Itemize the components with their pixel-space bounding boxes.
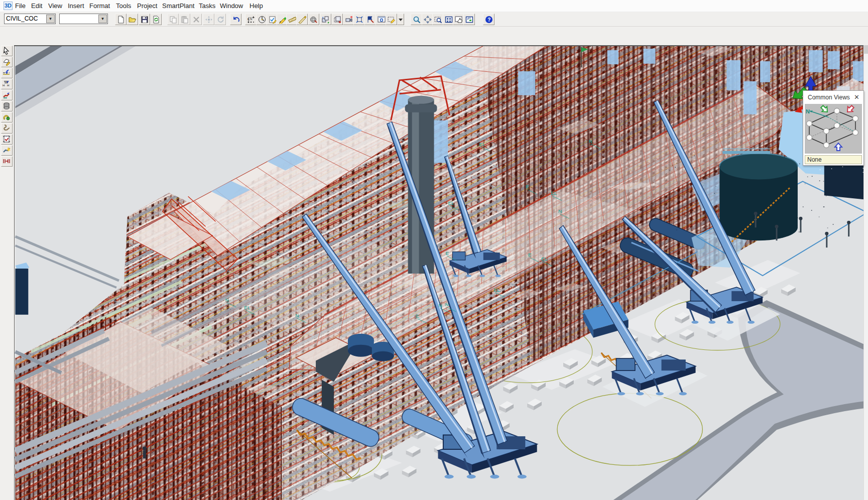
svg-text:EL: EL	[479, 142, 485, 147]
svg-text:EL: EL	[448, 200, 454, 206]
svg-text:N: N	[295, 313, 299, 318]
svg-text:E: E	[416, 313, 420, 319]
svg-text:E,N: E,N	[247, 18, 252, 21]
svg-text:N: N	[225, 297, 228, 303]
svg-text:EL: EL	[493, 287, 500, 293]
svg-text:E: E	[445, 251, 449, 256]
svg-text:EL: EL	[551, 190, 557, 196]
svg-text:H: H	[3, 84, 5, 87]
svg-text:E: E	[528, 252, 532, 258]
svg-text:N: N	[806, 108, 810, 114]
svg-text:N: N	[445, 302, 448, 307]
svg-text:EL: EL	[244, 305, 251, 310]
svg-text:EL: EL	[541, 256, 548, 262]
svg-text:E: E	[526, 184, 529, 189]
svg-text:N: N	[589, 139, 592, 144]
svg-text:N: N	[558, 208, 562, 214]
svg-text:N: N	[439, 303, 442, 308]
svg-text:H: H	[7, 84, 9, 87]
svg-text:?: ?	[487, 17, 490, 23]
